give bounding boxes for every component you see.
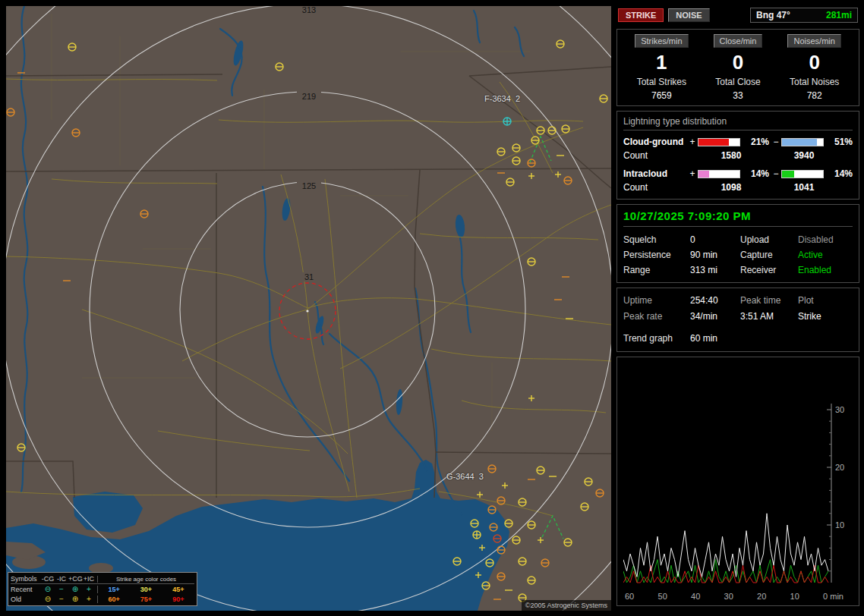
- plus-sign: +: [689, 137, 696, 147]
- upload-label: Upload: [740, 232, 798, 247]
- range-ring-label: 125: [302, 181, 316, 190]
- map-area[interactable]: 313 219 125 31 F-3634 2 G-3644 3 Symbols…: [6, 6, 611, 611]
- total-strikes-label: Total Strikes: [623, 77, 700, 87]
- ic-negative-count: 1041: [766, 182, 842, 193]
- legend-col-cg-neg: -CG: [41, 575, 55, 583]
- ic-positive-count: 1098: [696, 182, 766, 193]
- strike-cgp-icon: [473, 531, 481, 539]
- cg-negative-count: 3940: [766, 150, 842, 161]
- close-column: Close/min 0 Total Close 33: [700, 34, 777, 101]
- session-section: Uptime 254:40 Peak time Plot Peak rate 3…: [616, 288, 859, 352]
- session-row: Uptime 254:40 Peak time Plot: [623, 293, 853, 309]
- persistence-value: 90 min: [690, 247, 740, 262]
- cloud-ground-label: Cloud-ground: [623, 137, 687, 147]
- count-label: Count: [623, 150, 696, 161]
- x-tick-50: 50: [658, 592, 667, 601]
- receiver-value: Enabled: [798, 262, 853, 278]
- noise-indicator-button[interactable]: NOISE: [668, 8, 709, 22]
- minus-sign: −: [772, 137, 780, 147]
- peak-time-value: 3:51 AM: [740, 309, 798, 325]
- indicator-toolbar: STRIKE NOISE Bng 47° 281mi: [616, 8, 859, 23]
- close-per-min-value: 0: [700, 49, 777, 75]
- ic-pos-icon: +: [82, 596, 96, 603]
- cg-positive-bar: [698, 138, 740, 146]
- cg-negative-bar: [781, 138, 824, 146]
- noises-per-min-value: 0: [776, 49, 853, 75]
- status-section: 10/27/2025 7:09:20 PM Squelch 0 Upload D…: [616, 204, 859, 283]
- legend-recent-row: Recent ⊖ − ⊕ + 15+ 30+ 45+: [11, 584, 194, 594]
- storm-cell-label-f3634: F-3634 2: [484, 94, 520, 103]
- distribution-section: Lightning type distribution Cloud-ground…: [616, 111, 859, 200]
- legend-col-ic-neg: -IC: [55, 575, 68, 583]
- ic-negative-bar: [781, 170, 824, 178]
- strikes-per-min-button[interactable]: Strikes/min: [635, 34, 688, 48]
- copyright-notice: ©2005 Astrogenic Systems: [522, 600, 611, 611]
- cg-positive-count: 1580: [696, 150, 766, 161]
- total-strikes-value: 7659: [623, 90, 700, 101]
- age-code-90: 90+: [172, 596, 184, 603]
- age-code-15: 15+: [109, 586, 120, 593]
- x-tick-40: 40: [691, 592, 700, 601]
- plot-value: Strike: [798, 309, 853, 325]
- cg-negative-pct: 51%: [827, 137, 854, 147]
- age-code-30: 30+: [140, 586, 152, 593]
- status-row: Squelch 0 Upload Disabled: [623, 232, 853, 247]
- legend-old-label: Old: [11, 596, 41, 603]
- upload-value: Disabled: [798, 232, 853, 247]
- control-panel: STRIKE NOISE Bng 47° 281mi Strikes/min 1…: [616, 6, 859, 611]
- bearing-range-display: Bng 47° 281mi: [750, 8, 858, 23]
- range-value: 313 mi: [690, 262, 740, 278]
- range-ring-label: 219: [302, 92, 316, 101]
- strike-cgp-icon: [503, 118, 511, 125]
- ic-positive-bar: [698, 170, 740, 178]
- ic-positive-pct: 14%: [743, 168, 771, 179]
- capture-label: Capture: [740, 247, 798, 262]
- peak-rate-label: Peak rate: [623, 309, 690, 325]
- range-ring-label: 313: [302, 6, 316, 14]
- strikes-column: Strikes/min 1 Total Strikes 7659: [623, 34, 700, 101]
- x-tick-10: 10: [790, 592, 799, 601]
- receiver-location-marker: [306, 310, 308, 312]
- intracloud-label: Intracloud: [623, 168, 687, 179]
- trend-graph: 102030: [623, 399, 853, 590]
- legend-symbols-title: Symbols: [11, 575, 41, 583]
- strike-indicator-button[interactable]: STRIKE: [618, 8, 664, 22]
- peak-time-label: Peak time: [740, 293, 798, 309]
- uptime-value: 254:40: [690, 293, 740, 309]
- age-code-45: 45+: [172, 586, 184, 593]
- trend-graph-section: 102030 60 50 40 30 20 10 0 min: [616, 357, 859, 606]
- plus-sign: +: [689, 168, 696, 179]
- intracloud-count-row: Count 1098 1041: [623, 182, 853, 193]
- noises-per-min-button[interactable]: Noises/min: [787, 34, 840, 48]
- total-noises-label: Total Noises: [776, 77, 853, 87]
- trend-graph-window: 60 min: [690, 331, 740, 347]
- x-tick-0: 0 min: [823, 592, 844, 601]
- x-tick-60: 60: [625, 592, 634, 601]
- session-row: Peak rate 34/min 3:51 AM Strike: [623, 309, 853, 325]
- ic-neg-icon: −: [55, 586, 68, 593]
- x-tick-30: 30: [724, 592, 733, 601]
- squelch-value: 0: [690, 232, 740, 247]
- range-ring-label: 31: [304, 272, 314, 281]
- cloud-ground-count-row: Count 1580 3940: [623, 150, 853, 161]
- lightning-map: 313 219 125 31: [6, 6, 611, 611]
- intracloud-row: Intracloud + 14% − 14%: [623, 168, 853, 179]
- peak-rate-value: 34/min: [690, 309, 740, 325]
- legend-header-row: Symbols -CG -IC +CG +IC Strike age color…: [11, 574, 194, 584]
- cg-neg-icon: ⊖: [41, 596, 55, 603]
- cloud-ground-row: Cloud-ground + 21% − 51%: [623, 137, 853, 147]
- strike-legend: Symbols -CG -IC +CG +IC Strike age color…: [8, 572, 197, 606]
- ic-negative-pct: 14%: [827, 168, 854, 179]
- distribution-title: Lightning type distribution: [623, 116, 853, 130]
- rates-section: Strikes/min 1 Total Strikes 7659 Close/m…: [616, 29, 859, 106]
- svg-text:10: 10: [835, 520, 844, 530]
- trend-graph-label: Trend graph: [623, 331, 690, 347]
- svg-text:30: 30: [835, 405, 844, 414]
- trend-x-axis-labels: 60 50 40 30 20 10 0 min: [623, 592, 845, 601]
- bearing-value: Bng 47°: [756, 10, 790, 20]
- close-per-min-button[interactable]: Close/min: [714, 34, 763, 48]
- receiver-label: Receiver: [740, 262, 798, 278]
- svg-text:20: 20: [835, 463, 844, 472]
- cg-pos-icon: ⊕: [68, 586, 82, 593]
- datetime-display: 10/27/2025 7:09:20 PM: [623, 209, 853, 227]
